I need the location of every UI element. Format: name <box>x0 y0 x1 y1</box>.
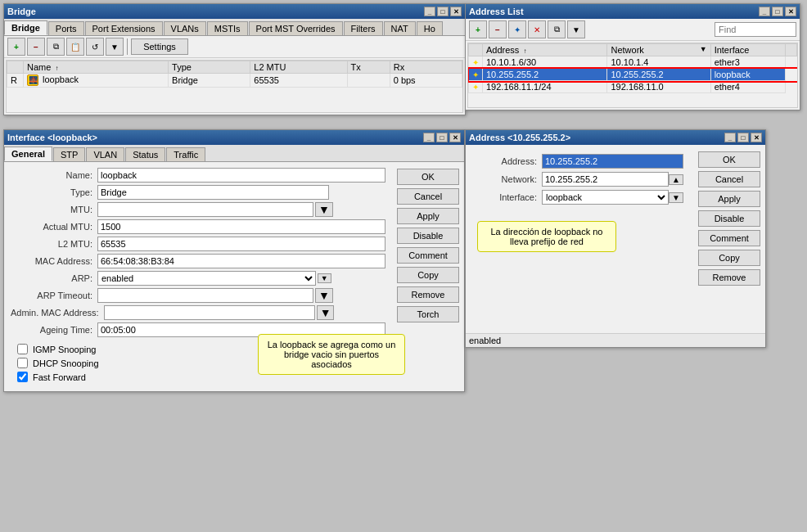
input-network[interactable] <box>542 172 669 187</box>
tab-vlans[interactable]: VLANs <box>164 21 206 35</box>
tab-mstis[interactable]: MSTIs <box>207 21 248 35</box>
al-copy-btn[interactable]: ⧉ <box>548 20 566 38</box>
bridge-title: Bridge <box>7 7 36 16</box>
tab-general[interactable]: General <box>4 147 52 161</box>
table-row[interactable]: ✦ 10.255.255.2 10.255.255.2 loopback <box>469 69 797 81</box>
select-interface[interactable]: loopback <box>542 190 669 205</box>
table-row[interactable]: ✦ 192.168.11.1/24 192.168.11.0 ether4 <box>469 81 797 93</box>
label-mtu: MTU: <box>11 205 92 214</box>
checkbox-fastfwd[interactable] <box>17 372 28 382</box>
arp-dropdown-btn[interactable]: ▼ <box>318 273 331 283</box>
iw-comment-btn[interactable]: Comment <box>397 247 459 264</box>
tab-ho[interactable]: Ho <box>417 21 443 35</box>
input-name[interactable] <box>97 168 385 183</box>
bridge-add-btn[interactable]: + <box>7 38 25 56</box>
bridge-filter-btn[interactable]: ▼ <box>106 38 124 56</box>
al-row-interface: ether3 <box>710 56 785 69</box>
ad-minimize-btn[interactable]: _ <box>724 133 736 142</box>
bridge-col-name: Name ↑ <box>24 61 169 74</box>
bridge-remove-btn[interactable]: − <box>27 38 45 56</box>
ad-apply-btn[interactable]: Apply <box>698 191 760 207</box>
al-star-btn[interactable]: ✦ <box>508 20 526 38</box>
ad-ok-btn[interactable]: OK <box>698 151 760 168</box>
ad-disable-btn[interactable]: Disable <box>698 210 760 227</box>
al-remove-btn[interactable]: − <box>489 20 507 38</box>
al-row-address: 10.10.1.6/30 <box>483 56 607 69</box>
tab-ports[interactable]: Ports <box>48 21 84 35</box>
al-filter-btn[interactable]: ▼ <box>567 20 585 38</box>
iw-close-btn[interactable]: ✕ <box>449 133 461 142</box>
input-arp-timeout[interactable] <box>97 288 313 303</box>
iw-cancel-btn[interactable]: Cancel <box>397 188 459 205</box>
bridge-reset-btn[interactable]: ↺ <box>86 38 104 56</box>
mtu-dropdown-btn[interactable]: ▼ <box>315 202 333 217</box>
iw-copy-btn[interactable]: Copy <box>397 267 459 283</box>
al-row-network2: 192.168.11.0 <box>607 81 710 93</box>
tab-stp[interactable]: STP <box>53 147 85 161</box>
checkbox-dhcp[interactable] <box>17 358 28 368</box>
al-row-interface2: ether4 <box>710 81 785 93</box>
admin-mac-dropdown-btn[interactable]: ▼ <box>317 305 335 320</box>
input-mac[interactable] <box>97 254 385 268</box>
form-row-actual-mtu: Actual MTU: <box>11 219 385 234</box>
ad-comment-btn[interactable]: Comment <box>698 230 760 246</box>
al-row-address2: 192.168.11.1/24 <box>483 81 607 93</box>
tab-status[interactable]: Status <box>125 147 165 161</box>
tab-filters[interactable]: Filters <box>344 21 383 35</box>
ad-remove-btn[interactable]: Remove <box>698 269 760 286</box>
iw-remove-btn[interactable]: Remove <box>397 286 459 303</box>
table-row[interactable]: ✦ 10.10.1.6/30 10.10.1.4 ether3 <box>469 56 797 69</box>
input-actual-mtu[interactable] <box>97 219 385 234</box>
tab-port-mst-overrides[interactable]: Port MST Overrides <box>249 21 343 35</box>
bridge-maximize-btn[interactable]: □ <box>437 7 449 16</box>
bridge-table-wrapper: Name ↑ Type L2 MTU Tx Rx R 🌉 loopback Br… <box>6 60 463 113</box>
bridge-minimize-btn[interactable]: _ <box>424 7 435 16</box>
address-list-window: Address List _ □ ✕ + − ✦ ✕ ⧉ ▼ Address ↑… <box>465 3 800 110</box>
tab-bridge[interactable]: Bridge <box>4 20 47 35</box>
iw-minimize-btn[interactable]: _ <box>423 133 435 142</box>
bridge-icon: 🌉 <box>27 74 38 86</box>
tab-vlan[interactable]: VLAN <box>86 147 124 161</box>
al-x-btn[interactable]: ✕ <box>528 20 546 38</box>
interface-window: Interface <loopback> _ □ ✕ General STP V… <box>3 129 465 392</box>
interface-dropdown-btn[interactable]: ▼ <box>669 192 683 203</box>
iw-maximize-btn[interactable]: □ <box>436 133 448 142</box>
bridge-settings-btn[interactable]: Settings <box>131 38 188 55</box>
ad-maximize-btn[interactable]: □ <box>737 133 749 142</box>
bridge-paste-btn[interactable]: 📋 <box>66 38 84 56</box>
form-row-arp: ARP: enabled disabled proxy-arp ▼ <box>11 271 385 286</box>
select-arp[interactable]: enabled disabled proxy-arp <box>97 271 316 286</box>
find-input[interactable] <box>715 22 796 37</box>
al-row-icon2: ✦ <box>469 81 483 93</box>
bridge-close-btn[interactable]: ✕ <box>450 7 462 16</box>
iw-ok-btn[interactable]: OK <box>397 169 459 185</box>
network-dropdown-btn[interactable]: ▲ <box>669 174 683 185</box>
input-l2mtu[interactable] <box>97 237 385 251</box>
address-detail-titlebar: Address <10.255.255.2> _ □ ✕ <box>466 130 765 145</box>
ad-copy-btn[interactable]: Copy <box>698 250 760 266</box>
al-row-interface-selected: loopback <box>710 69 785 81</box>
checkbox-igmp[interactable] <box>17 344 28 354</box>
iw-disable-btn[interactable]: Disable <box>397 228 459 244</box>
input-mtu[interactable] <box>97 202 313 217</box>
ad-close-btn[interactable]: ✕ <box>751 133 762 142</box>
table-row[interactable]: R 🌉 loopback Bridge 65535 0 bps <box>7 74 462 88</box>
tab-port-extensions[interactable]: Port Extensions <box>85 21 163 35</box>
al-add-btn[interactable]: + <box>469 20 487 38</box>
address-detail-window: Address <10.255.255.2> _ □ ✕ Address: Ne… <box>465 129 766 348</box>
arp-timeout-dropdown-btn[interactable]: ▼ <box>315 288 333 303</box>
input-type[interactable] <box>97 185 329 200</box>
label-name: Name: <box>11 170 92 180</box>
iw-apply-btn[interactable]: Apply <box>397 208 459 224</box>
al-close-btn[interactable]: ✕ <box>785 7 796 16</box>
bridge-copy-btn[interactable]: ⧉ <box>47 38 65 56</box>
input-admin-mac[interactable] <box>104 305 315 320</box>
input-address[interactable] <box>542 154 683 169</box>
tab-traffic[interactable]: Traffic <box>166 147 205 161</box>
iw-torch-btn[interactable]: Torch <box>397 306 459 322</box>
bridge-titlebar: Bridge _ □ ✕ <box>4 4 465 19</box>
ad-cancel-btn[interactable]: Cancel <box>698 171 760 187</box>
al-minimize-btn[interactable]: _ <box>759 7 770 16</box>
al-maximize-btn[interactable]: □ <box>772 7 783 16</box>
tab-nat[interactable]: NAT <box>384 21 416 35</box>
